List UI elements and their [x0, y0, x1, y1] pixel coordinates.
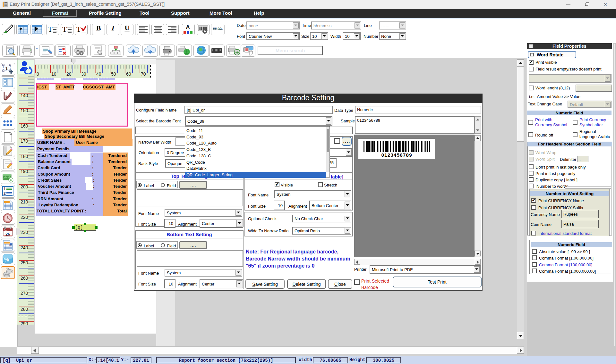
svg-text:%: % — [4, 257, 9, 263]
svg-text:210: 210 — [21, 199, 28, 204]
svg-text:150: 150 — [21, 108, 28, 113]
svg-text:T: T — [5, 66, 8, 71]
svg-text:50: 50 — [111, 71, 116, 77]
svg-text:60: 60 — [126, 71, 131, 77]
svg-text:2: 2 — [4, 191, 6, 196]
svg-text:70: 70 — [141, 71, 146, 77]
svg-text:20: 20 — [66, 71, 72, 77]
svg-text:270: 270 — [21, 291, 28, 296]
svg-text:0: 0 — [37, 71, 39, 77]
svg-text:140: 140 — [21, 93, 28, 98]
svg-text:280: 280 — [21, 307, 28, 312]
svg-text:220: 220 — [21, 215, 28, 220]
svg-text:T: T — [48, 25, 53, 33]
svg-text:160: 160 — [21, 123, 28, 128]
svg-text:170: 170 — [21, 138, 28, 144]
svg-text:250: 250 — [21, 260, 28, 265]
svg-text:230: 230 — [21, 230, 28, 235]
svg-text:200: 200 — [21, 184, 28, 189]
svg-text:#: # — [9, 242, 12, 247]
svg-text:T: T — [76, 25, 81, 33]
svg-text:1: 1 — [4, 187, 6, 191]
svg-text:T: T — [62, 25, 67, 33]
svg-text:Apr: Apr — [4, 229, 7, 231]
svg-text:190: 190 — [21, 169, 28, 174]
svg-text:30: 30 — [81, 71, 86, 77]
svg-text:40: 40 — [96, 71, 101, 77]
svg-text:180: 180 — [21, 154, 28, 159]
svg-text:290: 290 — [21, 321, 28, 325]
svg-text:10: 10 — [51, 71, 56, 77]
svg-text:240: 240 — [21, 245, 28, 250]
svg-text:260: 260 — [21, 276, 28, 281]
